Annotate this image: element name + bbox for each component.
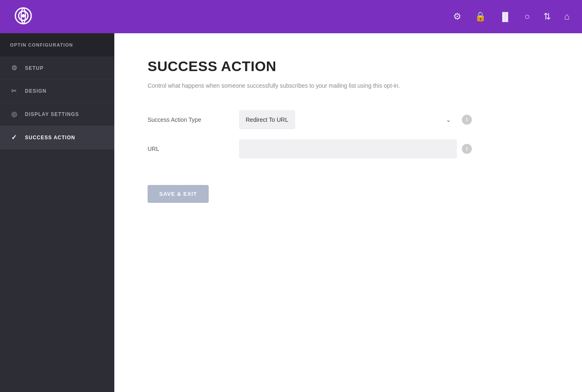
url-info-icon[interactable]: i [462, 144, 472, 154]
sidebar-item-setup[interactable]: ⚙ Setup [0, 57, 114, 80]
action-type-control: Redirect To URL Show Message ⌄ i [239, 110, 472, 129]
upload-icon[interactable]: ⇅ [543, 11, 551, 22]
main-content: Success Action Control what happens when… [114, 33, 582, 392]
checkmark-icon: ✓ [10, 133, 18, 141]
sidebar-item-design[interactable]: ✂ Design [0, 80, 114, 103]
chevron-down-icon: ⌄ [446, 116, 451, 123]
logo[interactable] [12, 5, 34, 28]
action-type-label: Success Action Type [148, 116, 239, 123]
url-input[interactable] [239, 139, 457, 158]
save-exit-button[interactable]: Save & Exit [148, 185, 209, 203]
action-type-row: Success Action Type Redirect To URL Show… [148, 110, 472, 129]
url-label: URL [148, 145, 239, 152]
chart-icon[interactable]: ▐▌ [499, 12, 511, 22]
top-nav-icons: ⚙ 🔒 ▐▌ ○ ⇅ ⌂ [453, 11, 570, 22]
page-description: Control what happens when someone succes… [148, 81, 549, 90]
sidebar-item-display-settings[interactable]: ◎ Display Settings [0, 103, 114, 126]
home-icon[interactable]: ⌂ [564, 11, 570, 22]
sidebar-header: Optin Configuration [0, 33, 114, 57]
setup-icon: ⚙ [10, 64, 18, 72]
svg-point-2 [22, 14, 25, 17]
url-control: i [239, 139, 472, 158]
design-icon: ✂ [10, 87, 18, 95]
user-icon[interactable]: ○ [524, 11, 530, 22]
url-row: URL i [148, 139, 472, 158]
page-title: Success Action [148, 58, 549, 74]
sidebar: Optin Configuration ⚙ Setup ✂ Design ◎ D… [0, 33, 114, 392]
top-nav: ⚙ 🔒 ▐▌ ○ ⇅ ⌂ [0, 0, 582, 33]
sidebar-item-display-label: Display Settings [25, 111, 79, 117]
lock-icon[interactable]: 🔒 [475, 11, 486, 22]
action-type-select[interactable]: Redirect To URL Show Message [239, 110, 295, 129]
action-type-info-icon[interactable]: i [462, 115, 472, 125]
sidebar-item-success-label: Success Action [25, 135, 75, 141]
sidebar-item-design-label: Design [25, 88, 47, 94]
sidebar-item-success-action[interactable]: ✓ Success Action [0, 126, 114, 149]
body-layout: Optin Configuration ⚙ Setup ✂ Design ◎ D… [0, 33, 582, 392]
action-type-select-wrapper: Redirect To URL Show Message ⌄ [239, 110, 457, 129]
form-section: Success Action Type Redirect To URL Show… [148, 110, 472, 158]
sidebar-item-setup-label: Setup [25, 65, 44, 71]
settings-icon[interactable]: ⚙ [453, 11, 461, 22]
display-icon: ◎ [10, 110, 18, 118]
